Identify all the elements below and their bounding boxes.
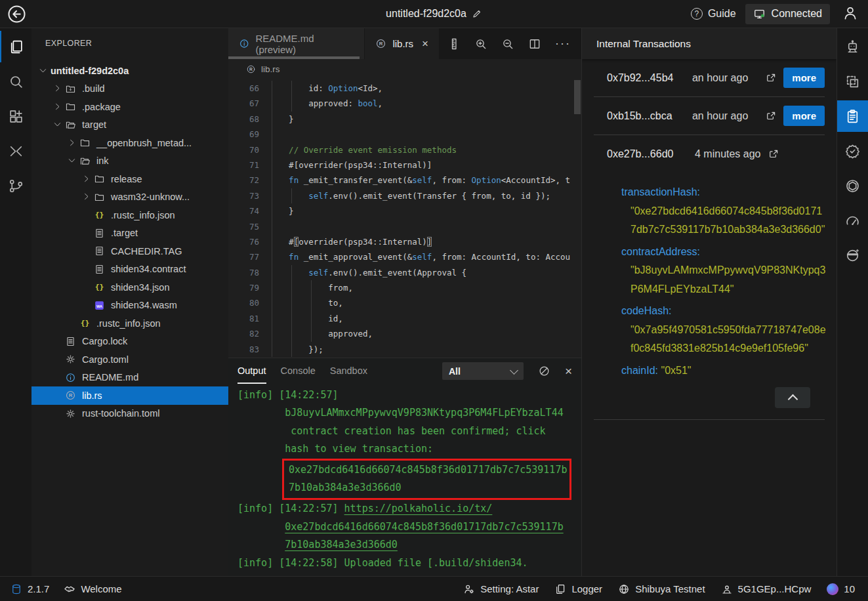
code-line-content: } [269,203,581,218]
ruler-icon[interactable] [447,37,461,51]
tab-readme-md-preview[interactable]: README.md (preview) [228,28,365,59]
external-link-icon[interactable] [765,72,777,84]
tree-item-target[interactable]: target [31,116,228,135]
detail-value[interactable]: "0x51" [661,365,691,376]
tree-item-rust-toolchain-toml[interactable]: rust-toolchain.toml [31,405,228,423]
activity-left-source-control[interactable] [0,170,31,201]
activity-left-search[interactable] [0,66,31,97]
zoom-out-icon[interactable] [501,37,514,51]
folder-icon [94,173,106,184]
transaction-hash[interactable]: 0xe27b...66d0 [607,148,691,160]
transaction-hash[interactable]: 0x7b92...45b4 [607,72,691,84]
code-token: id: [269,83,328,93]
tab-scrollbar[interactable] [228,56,360,59]
statusbar-network[interactable]: Shibuya Testnet [618,583,705,595]
editor-scrollbar[interactable] [574,80,581,114]
tree-item-cargo-lock[interactable]: Cargo.lock [31,333,228,351]
line-number: 72 [228,173,269,188]
activity-right-gauge[interactable] [837,205,868,236]
activity-right-openai[interactable] [837,170,868,201]
close-panel-icon[interactable]: × [565,365,572,377]
log-link[interactable]: 0xe27bdcd6416d66074c845b8f36d01717db7c7c… [285,521,563,533]
statusbar-logger[interactable]: Logger [554,583,602,595]
activity-left-extensions[interactable] [0,100,31,132]
detail-entry-contractaddress: contractAddress: "bJ8uyvLAMmxcMPpywvqV9P… [621,243,826,299]
activity-right-incognito[interactable] [837,239,868,271]
statusbar-setting[interactable]: Setting: Astar [463,583,539,595]
close-tab-icon[interactable]: × [422,37,428,51]
transaction-time: an hour ago [691,110,758,122]
folder-open-icon [79,155,92,167]
tree-item-shiden34-json[interactable]: {}shiden34.json [31,278,228,297]
group-icon [844,73,861,90]
more-button[interactable]: more [783,106,825,126]
panel-tab-output[interactable]: Output [238,358,266,384]
account-button[interactable] [839,4,861,24]
connected-button[interactable]: Connected [745,4,830,24]
code-line: 82 approved, [228,326,581,341]
clear-output-icon[interactable] [538,365,550,377]
log-link[interactable]: https://polkaholic.io/tx/ [344,503,493,514]
log-link[interactable]: 7b10ab384a3e3d366d0 [285,539,398,550]
svg-text:{}: {} [95,211,104,220]
line-number: 74 [228,203,269,218]
tree-item-rustc-info-json[interactable]: {}.rustc_info.json [31,206,228,224]
statusbar-balance[interactable]: 10 [827,583,855,595]
indent-guide [311,295,312,310]
more-actions-icon[interactable]: ··· [555,37,571,51]
tab-lib-rs[interactable]: Rlib.rs× [365,28,440,59]
tree-item-rustc-info-json[interactable]: {}.rustc_info.json [31,314,228,333]
tree-item-cachedir-tag[interactable]: CACHEDIR.TAG [31,242,228,260]
statusbar-welcome[interactable]: Welcome [64,583,121,595]
sphere-icon [827,583,838,595]
external-link-icon[interactable] [768,148,779,160]
split-editor-icon[interactable] [528,37,541,51]
statusbar-version[interactable]: 2.1.7 [10,583,49,595]
indent-guide [272,219,272,234]
tree-item-wasm32-unknow[interactable]: wasm32-unknow... [31,188,228,207]
panel-tab-console[interactable]: Console [281,358,316,384]
folder-icon [94,192,106,203]
breadcrumb[interactable]: R lib.rs [228,59,581,79]
tree-item-lib-rs[interactable]: Rlib.rs [31,386,228,405]
activity-left-collapse[interactable] [0,135,31,167]
tree-item-build[interactable]: .build [31,80,228,98]
collapse-details-button[interactable] [775,387,810,408]
tree-item-release[interactable]: release [31,170,228,188]
tree-item-ink[interactable]: ink [31,152,228,171]
highlighted-tx-hash[interactable]: 0xe27bdcd6416d66074c845b8f36d01717db7c7c… [289,461,569,479]
svg-text:R: R [69,393,73,399]
activity-left-explorer[interactable] [0,31,31,62]
detail-value[interactable]: "0x7a95f4970581c5950fda77718747e08ef0c84… [630,324,826,354]
activity-right-transactions[interactable] [837,100,868,132]
zoom-in-icon[interactable] [474,37,487,51]
activity-right-group[interactable] [837,66,868,97]
statusbar-account[interactable]: 5G1GEp...HCpw [721,583,812,595]
main-area: EXPLORER untitled-f29d2c0a.build.package… [0,28,868,576]
tree-item-cargo-toml[interactable]: Cargo.toml [31,350,228,369]
guide-button[interactable]: ? Guide [691,8,736,20]
tree-item-readme-md[interactable]: README.md [31,369,228,387]
indent-guide [272,234,272,249]
more-button[interactable]: more [783,68,825,88]
tree-item-shiden34-wasm[interactable]: WAshiden34.wasm [31,297,228,315]
tree-item-untitled-f29d2c0a[interactable]: untitled-f29d2c0a [31,62,228,80]
transaction-hash[interactable]: 0xb15b...cbca [607,110,691,122]
detail-value[interactable]: "bJ8uyvLAMmxcMPpywvqV9P83NKtypq3P6M4FLpE… [630,264,825,295]
log-filter-select[interactable]: All [442,362,524,380]
activity-right-assistant[interactable] [837,31,868,62]
indent-guide [272,342,272,357]
panel-tab-sandbox[interactable]: Sandbox [330,358,367,384]
external-link-icon[interactable] [765,110,777,122]
activity-right-verified[interactable] [837,135,868,167]
tree-indent-spacer [81,210,94,220]
code-editor[interactable]: 66 id: Option<Id>,67 approved: bool,68 }… [228,79,581,358]
tree-item-label: wasm32-unknow... [111,192,190,202]
tree-item-target[interactable]: .target [31,224,228,243]
detail-value[interactable]: "0xe27bdcd6416d66074c845b8f36d01717db7c7… [630,205,825,236]
tree-item-package[interactable]: .package [31,98,228,116]
edit-title-icon[interactable] [472,9,482,19]
tree-item-openbrush-metad[interactable]: __openbrush_metad... [31,134,228,152]
tree-item-shiden34-contract[interactable]: shiden34.contract [31,260,228,279]
highlighted-tx-hash[interactable]: 7b10ab384a3e3d366d0 [289,479,569,497]
